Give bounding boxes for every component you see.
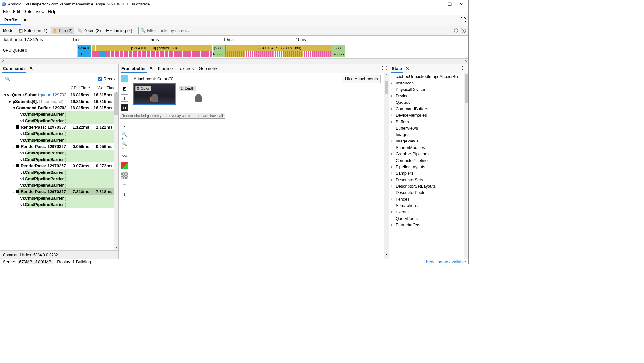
- close-icon[interactable]: ✕: [29, 65, 33, 71]
- chevron-right-icon[interactable]: ›: [391, 184, 394, 188]
- state-tree-item[interactable]: ›DeviceMemories: [389, 112, 468, 118]
- download-icon[interactable]: ⤓: [121, 191, 128, 198]
- state-tree-item[interactable]: ›Images: [389, 131, 468, 138]
- tab-pipeline[interactable]: Pipeline: [157, 64, 173, 72]
- table-row[interactable]: vkCmdPipelineBarrier (: [0, 130, 118, 137]
- update-link[interactable]: New update available: [426, 260, 466, 264]
- channels-icon[interactable]: [121, 162, 128, 169]
- table-row[interactable]: vkCmdPipelineBarrier (: [0, 195, 118, 201]
- vertical-scrollbar[interactable]: [464, 73, 468, 259]
- state-tree-item[interactable]: ›QueryPools: [389, 215, 468, 221]
- chevron-right-icon[interactable]: ›: [391, 74, 394, 78]
- info-icon[interactable]: ⓘ: [454, 28, 458, 34]
- chevron-right-icon[interactable]: ›: [391, 178, 394, 182]
- track-bars[interactable]: [5384 0... [5384 0 0 1110] (2280x1080) […: [78, 44, 468, 58]
- table-row[interactable]: vkCmdPipelineBarrier (: [0, 111, 118, 117]
- vertical-scrollbar[interactable]: ˄˅: [384, 73, 389, 259]
- close-icon[interactable]: ✕: [405, 65, 409, 71]
- chevron-right-icon[interactable]: ›: [391, 145, 394, 149]
- table-row[interactable]: vkCmdPipelineBarrier (: [0, 150, 118, 156]
- histogram-icon[interactable]: 〰️: [121, 152, 128, 160]
- horizontal-scrollbar[interactable]: <>: [0, 58, 468, 64]
- col-header-gpu[interactable]: GPU Time: [64, 85, 90, 90]
- state-tree-item[interactable]: ›DescriptorSetLayouts: [389, 183, 468, 189]
- bar[interactable]: [100, 51, 106, 57]
- state-tree-item[interactable]: ›ImageViews: [389, 138, 468, 144]
- mode-zoom[interactable]: 🔍Zoom (3): [76, 27, 103, 34]
- table-row[interactable]: ›RenderPass: 129703671.122ms1.122ms: [0, 124, 118, 130]
- chevron-icon[interactable]: ▾: [9, 99, 12, 104]
- chevron-right-icon[interactable]: ›: [391, 197, 394, 201]
- table-row[interactable]: vkCmdPipelineBarrier (: [0, 175, 118, 182]
- attachment-thumb-color[interactable]: 0: Color: [134, 84, 176, 104]
- state-tree-item[interactable]: ›cachedUnpackedImageAspectBits: [389, 73, 468, 80]
- link[interactable]: queue:1297036: [40, 93, 66, 97]
- bar[interactable]: [92, 45, 95, 51]
- table-row[interactable]: vkCmdPipelineBarrier (: [0, 201, 118, 208]
- search-input[interactable]: 🔍: [3, 75, 96, 82]
- fullscreen-icon[interactable]: ⛶: [462, 65, 466, 71]
- menu-view[interactable]: View: [36, 9, 45, 14]
- state-tree-item[interactable]: ›Framebuffers: [389, 221, 468, 228]
- state-tree-item[interactable]: ›ShaderModules: [389, 144, 468, 151]
- close-icon[interactable]: ✕: [23, 17, 27, 23]
- vertical-scrollbar[interactable]: ˄˅: [114, 92, 118, 250]
- checker-icon[interactable]: [121, 172, 128, 179]
- table-row[interactable]: ›RenderPass: 129703677.818ms7.818ms: [0, 188, 118, 195]
- menu-goto[interactable]: Goto: [23, 9, 32, 14]
- chevron-right-icon[interactable]: ›: [391, 165, 394, 169]
- chevron-right-icon[interactable]: ›: [391, 87, 394, 91]
- state-tree-item[interactable]: ›Events: [389, 209, 468, 215]
- chevron-icon[interactable]: ›: [13, 125, 15, 130]
- chevron-right-icon[interactable]: ›: [391, 94, 394, 98]
- tab-textures[interactable]: Textures: [177, 64, 194, 72]
- state-tree-item[interactable]: ›Devices: [389, 93, 468, 99]
- chevron-right-icon[interactable]: ›: [391, 216, 394, 220]
- shaded-only-icon[interactable]: [121, 75, 128, 82]
- state-tree-item[interactable]: ›Instances: [389, 80, 468, 86]
- wireframe-icon[interactable]: ◩: [121, 85, 128, 92]
- table-row[interactable]: vkCmdPipelineBarrier (: [0, 137, 118, 143]
- table-row[interactable]: ›RenderPass: 129703670.056ms0.056ms: [0, 143, 118, 150]
- close-icon[interactable]: ✕: [149, 65, 153, 71]
- tab-geometry[interactable]: Geometry: [198, 64, 218, 72]
- overdraw-icon[interactable]: ◘: [121, 104, 128, 111]
- chevron-right-icon[interactable]: ›: [391, 210, 394, 214]
- table-row[interactable]: ▾Command Buffer: 12970316.815ms16.815ms: [0, 104, 118, 111]
- chevron-right-icon[interactable]: ›: [391, 132, 394, 136]
- col-header-wall[interactable]: Wall Time: [90, 85, 116, 90]
- state-tree-item[interactable]: DescriptorPools: [389, 189, 468, 196]
- chevron-icon[interactable]: ›: [13, 189, 15, 194]
- table-row[interactable]: vkCmdPipelineBarrier (: [0, 169, 118, 175]
- state-tree-item[interactable]: ›PipelineLayouts: [389, 163, 468, 170]
- bar-stripe[interactable]: [225, 51, 332, 57]
- chevron-right-icon[interactable]: ›: [391, 152, 394, 156]
- zoom-in-icon[interactable]: 🔍⁺: [121, 133, 128, 140]
- state-tree-item[interactable]: ›GraphicsPipelines: [389, 151, 468, 157]
- overlay-icon[interactable]: ◫Render shaded geometry and overlay wire…: [121, 94, 128, 102]
- tab-profile[interactable]: Profile: [0, 15, 21, 25]
- bar-stripe[interactable]: [106, 51, 212, 57]
- fullscreen-icon[interactable]: ⛶: [112, 65, 116, 71]
- filter-input[interactable]: 🔍Filter tracks by name...: [138, 27, 228, 34]
- chevron-right-icon[interactable]: ›: [391, 203, 394, 207]
- bar[interactable]: Binn...: [78, 51, 91, 57]
- menu-file[interactable]: File: [3, 9, 10, 14]
- chevron-icon[interactable]: ▾: [4, 93, 6, 97]
- regex-checkbox[interactable]: Regex: [98, 76, 116, 81]
- attachment-thumb-depth[interactable]: 1: Depth: [178, 84, 219, 104]
- state-tree-item[interactable]: ›CommandBuffers: [389, 105, 468, 112]
- chevron-icon[interactable]: ›: [13, 163, 15, 168]
- state-tree-item[interactable]: ›Buffers: [389, 118, 468, 125]
- state-tree-item[interactable]: ›Fences: [389, 196, 468, 202]
- chevron-right-icon[interactable]: ›: [391, 113, 394, 117]
- bar[interactable]: [5384 0 0 4672] (2280x1080): [225, 45, 332, 51]
- chevron-icon[interactable]: ▾: [13, 105, 15, 110]
- bar[interactable]: [92, 51, 100, 57]
- chevron-right-icon[interactable]: ›: [391, 100, 394, 104]
- chevron-right-icon[interactable]: ›: [391, 171, 394, 175]
- menu-edit[interactable]: Edit: [13, 9, 20, 14]
- table-row[interactable]: vkCmdPipelineBarrier (: [0, 117, 118, 124]
- fullscreen-icon[interactable]: ⛶: [382, 65, 387, 71]
- chevron-right-icon[interactable]: ›: [391, 120, 394, 123]
